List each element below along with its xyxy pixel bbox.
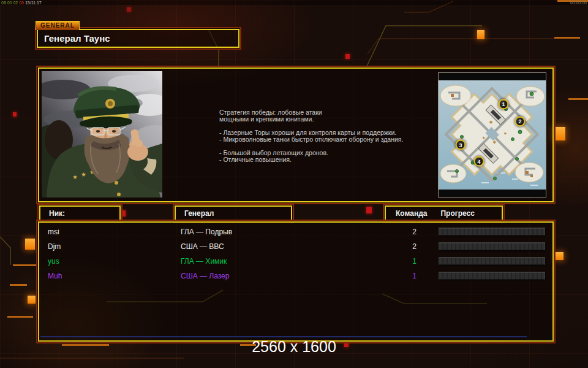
orange-node-decoration — [477, 30, 484, 39]
red-node-decoration — [127, 7, 131, 12]
player-team: 1 — [368, 254, 417, 269]
progress-bar — [439, 242, 545, 250]
table-row: Djm США — ВВС 2 — [39, 239, 552, 254]
column-header-team: Команда — [386, 207, 427, 220]
map-letterbox-bottom — [439, 190, 546, 197]
page-title: Генерал Таунс — [38, 30, 238, 47]
dash-decoration — [7, 316, 33, 318]
red-node-decoration — [13, 112, 17, 117]
dash-decoration — [10, 284, 27, 286]
player-nick: Muh — [48, 269, 62, 283]
resolution-label: 2560 x 1600 — [0, 338, 588, 356]
map-start-position-3: 3 — [456, 140, 466, 150]
game-clock: 00:00:00 — [570, 1, 587, 5]
table-row: msi ГЛА — Подрыв 2 — [39, 224, 552, 239]
player-nick: Djm — [48, 239, 61, 254]
column-header-general: Генерал — [175, 205, 292, 221]
strategy-text: Стратегия победы: лобовые атаки мощными … — [219, 109, 421, 163]
map-preview: 1 2 3 4 — [438, 72, 546, 197]
general-title-box: Генерал Таунс — [37, 29, 239, 48]
panel-accent-line — [40, 336, 527, 337]
table-row: Muh США — Лазер 1 — [39, 269, 552, 283]
red-node-decoration — [121, 210, 126, 217]
column-header-progress: Прогресс — [427, 207, 474, 220]
orange-node-decoration — [556, 252, 564, 260]
svg-text:★: ★ — [81, 171, 86, 178]
debug-time: 15/11:17 — [25, 1, 42, 5]
orange-node-decoration — [25, 239, 35, 250]
svg-text:★: ★ — [72, 174, 78, 180]
player-general: США — Лазер — [181, 269, 229, 283]
debug-flag: 00 — [19, 1, 24, 5]
player-nick: yus — [48, 254, 59, 269]
red-node-decoration — [345, 54, 350, 59]
dash-decoration — [568, 98, 588, 100]
red-node-decoration — [366, 207, 372, 213]
strategy-line: - Микроволновые танки быстро отключают о… — [219, 136, 421, 143]
map-start-position-4: 4 — [473, 156, 484, 167]
column-header-team-progress: КомандаПрогресс — [385, 205, 503, 221]
map-start-position-2: 2 — [515, 116, 526, 126]
debug-readout: 08 00 02 00 15/11:17 — [1, 1, 42, 5]
general-info-panel: ★★★★★ — [38, 67, 554, 202]
player-team: 2 — [368, 239, 417, 254]
players-table-panel: msi ГЛА — Подрыв 2 Djm США — ВВС 2 yus Г… — [38, 221, 554, 342]
top-strip — [0, 0, 588, 5]
player-nick: msi — [48, 224, 59, 239]
player-general: США — ВВС — [181, 239, 224, 254]
player-general: ГЛА — Подрыв — [181, 224, 232, 239]
player-general: ГЛА — Химик — [181, 254, 227, 269]
column-header-nick: Ник: — [39, 205, 121, 221]
players-table: msi ГЛА — Подрыв 2 Djm США — ВВС 2 yus Г… — [39, 224, 552, 283]
dash-decoration — [554, 37, 580, 39]
progress-bar — [439, 272, 545, 280]
table-row: yus ГЛА — Химик 1 — [39, 254, 552, 269]
progress-bar — [439, 228, 545, 236]
dash-decoration — [13, 264, 37, 266]
tab-general[interactable]: GENERAL — [36, 21, 80, 30]
player-team: 1 — [368, 269, 417, 283]
progress-bar — [439, 257, 545, 265]
map-image: 1 2 3 4 — [439, 80, 546, 190]
orange-node-decoration — [28, 296, 36, 304]
strategy-line: - Отличные повышения. — [219, 156, 421, 163]
strategy-line: мощными и крепкими юнитами. — [219, 116, 421, 123]
player-team: 2 — [368, 224, 417, 239]
general-portrait: ★★★★★ — [42, 71, 162, 197]
map-start-position-1: 1 — [499, 99, 509, 109]
map-letterbox-top — [439, 73, 546, 80]
debug-counter: 08 00 02 — [1, 1, 18, 5]
orange-node-decoration — [552, 127, 565, 140]
